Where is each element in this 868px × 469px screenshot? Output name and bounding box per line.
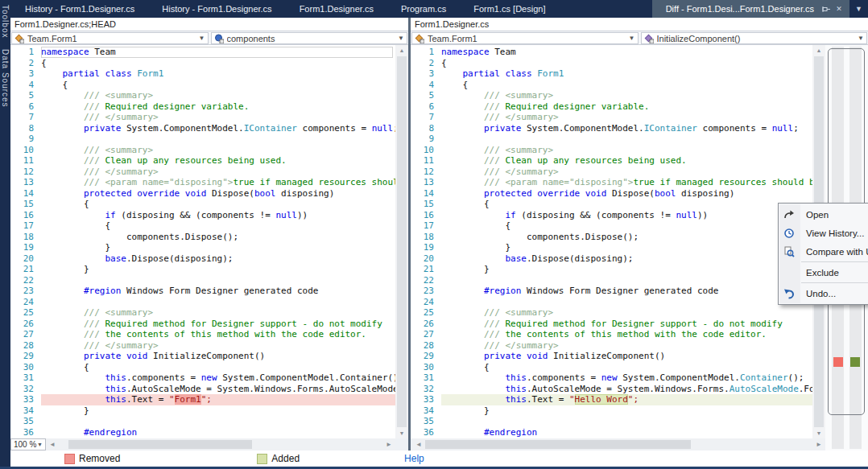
left-code-line-21[interactable]: 21 } <box>10 264 395 275</box>
document-tab-1[interactable]: History - Form1.Designer.cs <box>148 0 285 18</box>
zoom-level-dropdown[interactable]: 100 % ▼ <box>10 438 46 450</box>
right-code-line-15[interactable]: 15 { <box>411 199 812 210</box>
right-code-line-36[interactable]: 36 #endregion <box>411 427 812 438</box>
left-code-line-2[interactable]: 2{ <box>10 58 395 69</box>
right-code-line-3[interactable]: 3 partial class Form1 <box>411 68 812 80</box>
right-code-line-11[interactable]: 11 /// Clean up any resources being used… <box>411 155 812 167</box>
right-member-dropdown[interactable]: InitializeComponent() ▼ <box>641 32 868 44</box>
menu-item-open[interactable]: Open <box>779 205 868 224</box>
left-code-line-26[interactable]: 26 /// Required method for Designer supp… <box>10 319 395 330</box>
scroll-up-icon[interactable]: ▲ <box>812 47 825 53</box>
left-code-line-4[interactable]: 4 { <box>10 80 395 91</box>
left-code-line-31[interactable]: 31 this.components = new System.Componen… <box>10 372 395 384</box>
right-code-line-21[interactable]: 21 } <box>411 264 812 275</box>
overview-removed-mark[interactable] <box>833 357 843 367</box>
left-code-line-33[interactable]: 33 this.Text = "Form1"; <box>10 394 395 405</box>
menu-item-exclude[interactable]: Exclude <box>779 263 868 282</box>
document-tab-5[interactable]: Diff - Form1.Desi...Form1.Designer.cs✕ <box>652 0 849 18</box>
right-code-line-27[interactable]: 27 /// the contents of this method with … <box>411 329 812 340</box>
scroll-right-icon[interactable]: ► <box>812 441 825 448</box>
left-code-line-29[interactable]: 29 private void InitializeComponent() <box>10 351 395 362</box>
menu-item-compare-with-u[interactable]: Compare with U <box>779 242 868 261</box>
left-code-line-15[interactable]: 15 { <box>10 199 395 210</box>
right-code-line-23[interactable]: 23 #region Windows Form Designer generat… <box>411 286 812 297</box>
right-code-line-32[interactable]: 32 this.AutoScaleMode = System.Windows.F… <box>411 384 812 395</box>
scrollbar-thumb[interactable] <box>397 56 407 427</box>
right-code-line-8[interactable]: 8 private System.ComponentModel.IContain… <box>411 123 812 134</box>
document-tab-0[interactable]: History - Form1.Designer.cs <box>11 0 148 18</box>
left-code-line-1[interactable]: 1namespace Team <box>10 47 395 58</box>
left-code-line-27[interactable]: 27 /// the contents of this method with … <box>10 329 395 340</box>
right-code-line-17[interactable]: 17 { <box>411 220 812 232</box>
right-code-line-2[interactable]: 2{ <box>411 58 812 69</box>
right-code-line-20[interactable]: 20 base.Dispose(disposing); <box>411 253 812 265</box>
left-code-line-20[interactable]: 20 base.Dispose(disposing); <box>10 253 395 265</box>
right-code-line-7[interactable]: 7 /// </summary> <box>411 112 812 123</box>
scrollbar-thumb[interactable] <box>68 440 252 449</box>
left-code-line-24[interactable]: 24 <box>10 297 395 308</box>
right-code-editor[interactable]: 1namespace Team2{3 partial class Form14 … <box>411 45 812 438</box>
left-code-line-36[interactable]: 36 #endregion <box>10 427 395 438</box>
left-code-line-35[interactable]: 35 <box>10 416 395 427</box>
document-tab-4[interactable]: Form1.cs [Design] <box>460 0 559 18</box>
left-code-line-28[interactable]: 28 /// </summary> <box>10 340 395 352</box>
right-code-line-28[interactable]: 28 /// </summary> <box>411 340 812 352</box>
left-code-line-6[interactable]: 6 /// Required designer variable. <box>10 101 395 113</box>
left-code-line-13[interactable]: 13 /// <param name="disposing">true if m… <box>10 177 395 188</box>
scroll-left-icon[interactable]: ◄ <box>46 441 59 448</box>
right-code-line-30[interactable]: 30 { <box>411 362 812 373</box>
left-code-line-30[interactable]: 30 { <box>10 362 395 373</box>
document-tab-2[interactable]: Form1.Designer.cs <box>286 0 387 18</box>
right-code-line-13[interactable]: 13 /// <param name="disposing">true if m… <box>411 177 812 188</box>
left-code-line-3[interactable]: 3 partial class Form1 <box>10 68 395 80</box>
right-code-line-19[interactable]: 19 } <box>411 242 812 253</box>
right-code-line-12[interactable]: 12 /// </summary> <box>411 167 812 178</box>
left-code-line-9[interactable]: 9 <box>10 134 395 145</box>
right-code-line-24[interactable]: 24 <box>411 297 812 308</box>
right-code-line-9[interactable]: 9 <box>411 134 812 145</box>
left-code-line-14[interactable]: 14 protected override void Dispose(bool … <box>10 188 395 200</box>
left-code-line-5[interactable]: 5 /// <summary> <box>10 90 395 101</box>
left-code-line-8[interactable]: 8 private System.ComponentModel.IContain… <box>10 123 395 134</box>
right-code-line-26[interactable]: 26 /// Required method for Designer supp… <box>411 319 812 330</box>
sidebar-item-toolbox[interactable]: Toolbox <box>1 5 10 38</box>
right-code-line-35[interactable]: 35 <box>411 416 812 427</box>
left-code-line-19[interactable]: 19 } <box>10 242 395 253</box>
menu-item-undo[interactable]: Undo... <box>779 284 868 302</box>
help-link[interactable]: Help <box>404 453 424 464</box>
left-code-line-18[interactable]: 18 components.Dispose(); <box>10 232 395 243</box>
right-code-line-22[interactable]: 22 <box>411 275 812 286</box>
left-vertical-scrollbar[interactable]: ▲ ▼ <box>395 45 408 438</box>
left-code-line-16[interactable]: 16 if (disposing && (components != null)… <box>10 210 395 221</box>
overview-added-mark[interactable] <box>850 357 860 367</box>
left-code-line-22[interactable]: 22 <box>10 275 395 286</box>
left-code-line-10[interactable]: 10 /// <summary> <box>10 145 395 156</box>
right-code-line-25[interactable]: 25 /// <summary> <box>411 307 812 319</box>
right-type-dropdown[interactable]: Team.Form1 ▼ <box>411 32 639 44</box>
scrollbar-thumb[interactable] <box>425 440 691 449</box>
right-code-line-1[interactable]: 1namespace Team <box>411 47 812 58</box>
right-code-line-5[interactable]: 5 /// <summary> <box>411 90 812 101</box>
right-horizontal-scrollbar[interactable]: ◄ ► <box>412 438 825 450</box>
pin-icon[interactable] <box>820 3 832 14</box>
scroll-left-icon[interactable]: ◄ <box>412 441 425 448</box>
scroll-up-icon[interactable]: ▲ <box>395 47 408 53</box>
menu-item-view-history[interactable]: View History... <box>779 224 868 242</box>
left-code-line-32[interactable]: 32 this.AutoScaleMode = System.Windows.F… <box>10 384 395 395</box>
right-code-line-14[interactable]: 14 protected override void Dispose(bool … <box>411 188 812 200</box>
scroll-down-icon[interactable]: ▼ <box>395 430 408 436</box>
scroll-down-icon[interactable]: ▼ <box>812 430 825 436</box>
right-code-line-18[interactable]: 18 components.Dispose(); <box>411 232 812 243</box>
left-code-line-11[interactable]: 11 /// Clean up any resources being used… <box>10 155 395 167</box>
left-horizontal-scrollbar[interactable]: 100 % ▼ ◄ ► <box>10 438 395 450</box>
left-type-dropdown[interactable]: Team.Form1 ▼ <box>11 32 209 44</box>
close-icon[interactable]: ✕ <box>833 3 845 14</box>
right-code-line-34[interactable]: 34 } <box>411 405 812 417</box>
right-code-line-33[interactable]: 33 this.Text = "Hello Word"; <box>411 394 812 405</box>
document-well-dropdown-icon[interactable]: ▼ <box>849 0 868 18</box>
left-code-editor[interactable]: 1namespace Team2{3 partial class Form14 … <box>10 45 395 438</box>
right-code-line-31[interactable]: 31 this.components = new System.Componen… <box>411 372 812 384</box>
right-code-line-16[interactable]: 16 if (disposing && (components != null)… <box>411 210 812 221</box>
right-code-line-6[interactable]: 6 /// Required designer variable. <box>411 101 812 113</box>
left-member-dropdown[interactable]: components ▼ <box>211 32 408 44</box>
